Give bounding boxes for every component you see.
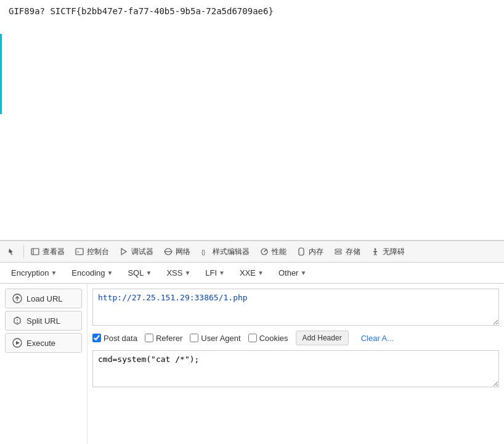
svg-rect-9 (335, 252, 341, 254)
url-input[interactable] (92, 289, 499, 326)
storage-label: 存储 (346, 247, 360, 257)
svg-point-10 (375, 249, 376, 250)
postdata-label: Post data (104, 334, 137, 343)
body-input[interactable] (92, 350, 499, 387)
execute-button[interactable]: Execute (5, 333, 82, 353)
menu-xss[interactable]: XSS ▼ (160, 266, 197, 280)
storage-icon (333, 247, 343, 257)
cursor-line (0, 34, 2, 114)
style-editor-label: 样式编辑器 (213, 247, 250, 257)
devtools-style-editor[interactable]: {} 样式编辑器 (195, 244, 254, 260)
xss-arrow: ▼ (184, 269, 190, 276)
devtools-console[interactable]: >_ 控制台 (70, 244, 114, 260)
network-label: 网络 (176, 247, 190, 257)
sidebar-buttons: Load URL Split URL Execute (0, 284, 87, 444)
postdata-checkbox[interactable] (92, 334, 101, 342)
clear-all-button[interactable]: Clear A... (356, 331, 399, 345)
svg-marker-21 (16, 341, 20, 345)
sql-label: SQL (128, 268, 144, 278)
encoding-label: Encoding (71, 268, 105, 278)
cookies-checkbox[interactable] (248, 334, 257, 342)
menu-bar: Encryption ▼ Encoding ▼ SQL ▼ XSS ▼ LFI … (0, 263, 504, 284)
content-text: GIF89a? SICTF{b2bb47e7-fa77-40b5-9b5a-72… (9, 6, 495, 16)
memory-label: 内存 (309, 247, 323, 257)
xss-label: XSS (166, 268, 182, 278)
load-url-label: Load URL (26, 294, 63, 303)
console-icon: >_ (75, 247, 84, 257)
useragent-checkbox-item[interactable]: User Agent (190, 334, 240, 343)
execute-icon (12, 337, 23, 348)
xxe-label: XXE (240, 268, 256, 278)
devtools-storage[interactable]: 存储 (328, 244, 365, 260)
svg-line-14 (375, 253, 376, 255)
menu-other[interactable]: Other ▼ (272, 266, 312, 280)
menu-xxe[interactable]: XXE ▼ (234, 266, 270, 280)
debugger-icon (119, 247, 129, 257)
pointer-icon (7, 247, 17, 257)
split-url-button[interactable]: Split URL (5, 311, 82, 331)
inspector-icon (30, 247, 40, 257)
referer-label: Referer (156, 334, 182, 343)
svg-text:>_: >_ (77, 250, 82, 255)
content-area: GIF89a? SICTF{b2bb47e7-fa77-40b5-9b5a-72… (0, 0, 504, 240)
inspector-label: 查看器 (43, 247, 65, 257)
checkbox-row: Post data Referer User Agent Cookies Add… (92, 331, 499, 345)
devtools-pointer[interactable] (2, 244, 22, 259)
postdata-checkbox-item[interactable]: Post data (92, 334, 137, 343)
svg-rect-8 (335, 249, 341, 251)
separator-1 (23, 245, 24, 258)
debugger-label: 调试器 (131, 247, 153, 257)
devtools-performance[interactable]: 性能 (254, 244, 291, 260)
right-panel: Post data Referer User Agent Cookies Add… (87, 284, 504, 444)
lfi-label: LFI (205, 268, 217, 278)
sql-arrow: ▼ (145, 269, 152, 276)
devtools-accessibility[interactable]: 无障碍 (365, 244, 410, 260)
menu-encryption[interactable]: Encryption ▼ (5, 266, 63, 280)
useragent-label: User Agent (201, 334, 240, 343)
encryption-label: Encryption (11, 268, 49, 278)
menu-encoding[interactable]: Encoding ▼ (65, 266, 119, 280)
accessibility-icon (370, 247, 380, 257)
performance-icon (259, 247, 269, 257)
menu-sql[interactable]: SQL ▼ (121, 266, 158, 280)
style-editor-icon: {} (200, 247, 210, 257)
devtools-network[interactable]: 网络 (158, 244, 195, 260)
cookies-checkbox-item[interactable]: Cookies (248, 334, 288, 343)
load-url-button[interactable]: Load URL (5, 289, 82, 308)
add-header-button[interactable]: Add Header (296, 331, 349, 345)
useragent-checkbox[interactable] (190, 334, 198, 342)
devtools-debugger[interactable]: 调试器 (114, 244, 158, 260)
network-icon (163, 247, 173, 257)
load-url-icon (12, 293, 23, 304)
referer-checkbox[interactable] (145, 334, 153, 342)
memory-icon (296, 247, 306, 257)
cookies-label: Cookies (259, 334, 288, 343)
svg-rect-0 (31, 249, 39, 255)
devtools-bar: 查看器 >_ 控制台 调试器 网络 {} 样式编辑器 性能 内存 (0, 240, 504, 263)
split-url-label: Split URL (26, 316, 60, 326)
encoding-arrow: ▼ (107, 269, 113, 276)
menu-lfi[interactable]: LFI ▼ (199, 266, 231, 280)
xxe-arrow: ▼ (258, 269, 264, 276)
other-arrow: ▼ (300, 269, 306, 276)
devtools-inspector[interactable]: 查看器 (25, 244, 70, 260)
execute-label: Execute (26, 339, 55, 348)
main-panel: Load URL Split URL Execute Post data (0, 284, 504, 444)
referer-checkbox-item[interactable]: Referer (145, 334, 182, 343)
svg-text:{}: {} (201, 249, 205, 255)
encryption-arrow: ▼ (51, 269, 57, 276)
other-label: Other (278, 268, 299, 278)
console-label: 控制台 (87, 247, 109, 257)
svg-marker-4 (121, 249, 126, 255)
performance-label: 性能 (272, 247, 287, 257)
lfi-arrow: ▼ (219, 269, 225, 276)
accessibility-label: 无障碍 (383, 247, 405, 257)
split-url-icon (12, 315, 23, 326)
devtools-memory[interactable]: 内存 (291, 244, 328, 260)
